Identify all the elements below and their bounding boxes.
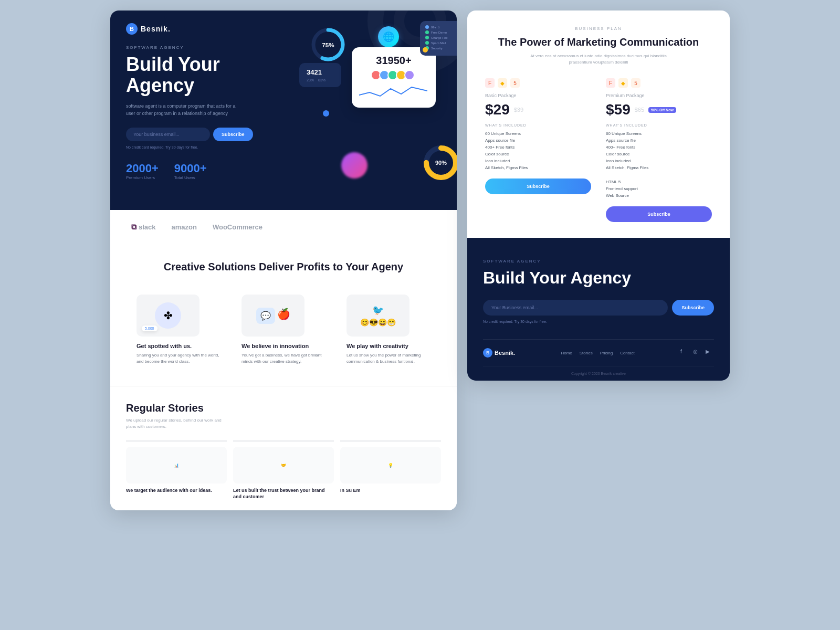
brand-amazon: amazon <box>172 223 197 231</box>
footer-link-contact[interactable]: Contact <box>620 351 635 355</box>
youtube-icon[interactable]: ▶ <box>706 349 714 357</box>
hero-stat-1: 2000+ Premium Users <box>126 162 159 180</box>
html-icon: 5 <box>510 78 520 88</box>
story-card-2-image: 🤝 <box>233 447 334 484</box>
hero-section: B Besnik. Software Agency Build Your Age… <box>110 10 457 210</box>
hero-subscribe-button[interactable]: Subscribe <box>213 128 253 141</box>
premium-package-label: Premium Package <box>606 93 712 98</box>
footer-logo: B Besnik. <box>483 348 515 358</box>
pricing-label: Business Plan <box>483 26 714 31</box>
yellow-dot <box>423 47 428 52</box>
premium-price-amount: $59 <box>606 101 631 118</box>
pricing-icons-premium: F ◆ 5 <box>606 78 712 88</box>
svg-text:75%: 75% <box>322 41 334 48</box>
stories-grid: 📊 We target the audience with our ideas.… <box>126 440 441 500</box>
pricing-desc: At vero eos at accusamus et iusto odio d… <box>525 53 672 66</box>
list-item: All Sketch, Figma Files <box>485 164 591 171</box>
pricing-card-basic: F ◆ 5 Basic Package $29 $39 What's Inclu… <box>483 78 593 222</box>
list-item: Apps source file <box>606 137 712 144</box>
hero-stat-2-value: 9000+ <box>174 162 207 175</box>
hero-email-input[interactable] <box>126 128 210 141</box>
list-item: All Sketch, Figma Files <box>606 164 712 171</box>
hero-title: Build Your Agency <box>126 54 273 96</box>
cta-email-input[interactable] <box>483 300 668 316</box>
footer-link-home[interactable]: Home <box>561 351 572 355</box>
globe-icon: 🌐 <box>378 26 399 47</box>
hero-stat-2-label: Total Users <box>174 175 207 180</box>
hero-stat-2: 9000+ Total Users <box>174 162 207 180</box>
instagram-icon[interactable]: ◎ <box>693 349 701 357</box>
footer-links: Home Stories Pricing Contact <box>561 351 634 355</box>
check-item-2: Free Demo <box>425 30 457 34</box>
list-item: 400+ Free fonts <box>606 144 712 151</box>
right-panel: Business Plan The Power of Marketing Com… <box>467 10 730 381</box>
brands-section: ⧉ slack amazon WooCommerce <box>110 210 457 244</box>
footer-nav: B Besnik. Home Stories Pricing Contact f… <box>483 339 714 366</box>
purple-blob <box>341 152 368 178</box>
small-card-number: 3421 <box>307 68 334 76</box>
hero-label: Software Agency <box>126 45 273 50</box>
avatar-5 <box>404 70 415 80</box>
story-card-3: 💡 In Su Em <box>340 440 441 500</box>
left-panel: B Besnik. Software Agency Build Your Age… <box>110 10 457 510</box>
footer-link-stories[interactable]: Stories <box>580 351 593 355</box>
list-item: Apps source file <box>485 137 591 144</box>
small-stats-card: 3421 23% 83% <box>299 63 341 87</box>
list-item: 60 Unique Screens <box>485 130 591 137</box>
story-title-3: In Su Em <box>340 488 441 494</box>
feature-title-2: We believe in innovation <box>242 343 326 349</box>
list-item: Frontend support <box>606 185 712 192</box>
main-dashboard-card: 31950+ <box>352 47 436 108</box>
check-item-4: Spam Mail <box>425 41 457 45</box>
hero-stat-1-value: 2000+ <box>126 162 159 175</box>
facebook-icon[interactable]: f <box>680 349 689 357</box>
brand-slack: ⧉ slack <box>131 223 156 232</box>
feature-desc-1: Sharing you and your agency with the wor… <box>136 352 220 365</box>
list-item: 400+ Free fonts <box>485 144 591 151</box>
cta-form: Subscribe <box>483 300 714 316</box>
footer-copyright: Copyright © 2020 Besnik creative <box>483 366 714 381</box>
premium-includes-list: 60 Unique Screens Apps source file 400+ … <box>606 130 712 171</box>
stories-title: Regular Stories <box>126 402 441 414</box>
basic-includes-label: What's Included <box>485 123 591 127</box>
features-grid: ✤ 5,000 Get spotted with us. Sharing you… <box>131 289 436 370</box>
logo-text: Besnik. <box>141 25 171 33</box>
main-dash-number: 31950+ <box>359 55 428 67</box>
cta-subscribe-button[interactable]: Subscribe <box>672 300 714 316</box>
wave-line <box>359 85 428 100</box>
figma-icon-2: F <box>606 78 615 88</box>
basic-subscribe-button[interactable]: Subscribe <box>485 178 591 194</box>
cta-label: Software Agency <box>483 259 714 264</box>
stories-desc: We upload our regular stories, behind ou… <box>126 417 231 430</box>
hero-desc: software agent is a computer program tha… <box>126 103 242 117</box>
footer-socials: f ◎ ▶ <box>680 349 714 357</box>
list-item: Color source <box>606 151 712 158</box>
cta-section: Software Agency Build Your Agency Subscr… <box>467 238 730 381</box>
blue-dot <box>323 110 329 117</box>
premium-includes-label: What's Included <box>606 123 712 127</box>
hero-stats: 2000+ Premium Users 9000+ Total Users <box>126 162 273 180</box>
premium-price-main: $59 $65 50% Off Now <box>606 101 712 118</box>
list-item: Color source <box>485 151 591 158</box>
check-item-3: Charge Fee <box>425 36 457 39</box>
feature-icon-3: 🐦 😊😎😄😁 <box>346 295 410 337</box>
list-item: Web Source <box>606 192 712 199</box>
cta-note: No credit required. Try 30 days for free… <box>483 320 714 323</box>
footer-logo-icon: B <box>483 348 492 358</box>
premium-subscribe-button[interactable]: Subscribe <box>606 206 712 222</box>
hero-content: Software Agency Build Your Agency softwa… <box>126 45 273 180</box>
footer-logo-text: Besnik. <box>495 350 515 356</box>
feature-card-1: ✤ 5,000 Get spotted with us. Sharing you… <box>131 289 226 370</box>
features-section: Creative Solutions Deliver Profits to Yo… <box>110 244 457 386</box>
list-item: HTML 5 <box>606 178 712 185</box>
footer-link-pricing[interactable]: Pricing <box>600 351 613 355</box>
svg-text:90%: 90% <box>435 160 447 166</box>
list-item: Icon included <box>606 158 712 164</box>
sketch-icon-2: ◆ <box>618 78 628 88</box>
feature-icon-2: 💬 🍎 <box>242 295 304 337</box>
small-card-sub: 23% 83% <box>307 78 334 82</box>
feature-card-2: 💬 🍎 We believe in innovation You've got … <box>236 289 331 370</box>
premium-price-badge: 50% Off Now <box>648 107 676 113</box>
hero-note: No credit card required. Try 30 days for… <box>126 145 273 149</box>
pricing-card-premium: F ◆ 5 Premium Package $59 $65 50% Off No… <box>604 78 714 222</box>
